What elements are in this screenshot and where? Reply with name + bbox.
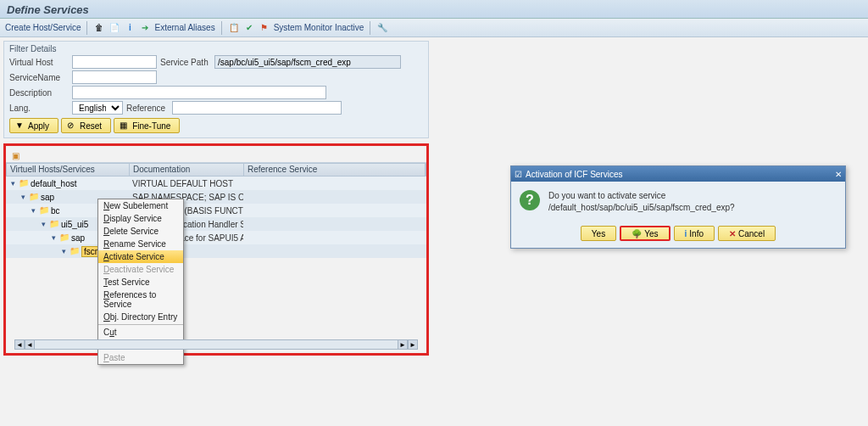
filter-icon: ▼ [15,121,25,131]
dialog-title-text: Activation of ICF Services [526,170,622,179]
tree-row[interactable]: ▾📁ui5_ui5SAPUI5 Application Handler SAPU… [6,217,426,231]
col-hosts: Virtuell Hosts/Services [7,164,130,176]
ctx-item[interactable]: References to Service [98,289,183,311]
page-title: Define Services [0,0,868,19]
node-label: default_host [31,179,77,188]
scroll-left2-icon[interactable]: ◄ [25,339,35,350]
node-label: sap [71,233,85,243]
expander-icon[interactable]: ▾ [40,221,47,228]
yes-button-1[interactable]: Yes [581,226,616,241]
main-toolbar: Create Host/Service 🗑 📄 i ➔ External Ali… [0,19,868,37]
question-icon: ? [520,190,540,210]
service-name-input[interactable] [72,70,157,84]
tree-panel: ▣ Virtuell Hosts/Services Documentation … [3,143,429,356]
dialog-q1: Do you want to activate service [548,190,735,202]
reference-input[interactable] [172,101,342,115]
lang-select[interactable]: English [72,101,123,115]
expander-icon[interactable]: ▾ [60,248,68,255]
tree-row[interactable]: ▾📁bcBASIS TREE (BASIS FUNCTIONS) [6,204,426,217]
ctx-item: Paste [98,351,183,364]
expander-icon[interactable]: ▾ [30,207,37,215]
check-icon[interactable]: ✔ [243,22,255,34]
fine-tune-button[interactable]: ▦Fine-Tune [114,118,180,133]
col-doc: Documentation [130,164,244,176]
node-doc: VIRTUAL DEFAULT HOST [129,179,243,188]
expander-icon[interactable]: ▾ [50,234,58,242]
filter-panel: Filter Details Virtual Host Service Path… [3,41,429,138]
ctx-item[interactable]: Test Service [98,276,183,289]
folder-icon: 📁 [29,192,39,202]
scroll-right-icon[interactable]: ► [398,339,408,350]
separator [370,21,370,35]
external-aliases-button[interactable]: External Aliases [154,23,214,32]
tree-header: Virtuell Hosts/Services Documentation Re… [6,163,426,177]
lang-label: Lang. [9,104,69,113]
ctx-separator [98,324,183,325]
info-icon: i [685,229,687,238]
virtual-host-label: Virtual Host [9,58,69,67]
arrow-right-icon[interactable]: ➔ [139,22,151,34]
scroll-left-icon[interactable]: ◄ [14,339,25,350]
dialog-titlebar: ☑ Activation of ICF Services ✕ [511,166,845,182]
description-input[interactable] [72,86,326,99]
scroll-track[interactable] [35,339,398,350]
ctx-item[interactable]: New Subelement [98,199,183,212]
tree-toolbar: ▣ [6,148,426,163]
folder-icon: 📁 [70,246,80,256]
folder-icon: 📁 [19,178,29,188]
reset-icon: ⊘ [67,121,77,131]
folder-icon: 📁 [39,205,49,216]
trash-icon[interactable]: 🗑 [93,22,105,34]
close-icon[interactable]: ✕ [835,170,842,179]
scroll-right2-icon[interactable]: ► [408,339,418,350]
doc-icon[interactable]: 📄 [108,22,120,34]
system-monitor-button[interactable]: System Monitor Inactive [274,23,364,32]
node-label: sap [41,193,54,202]
apply-label: Apply [28,121,49,131]
tree-row[interactable]: ▾📁default_hostVIRTUAL DEFAULT HOST [6,177,426,190]
tree-row[interactable]: ▾📁sapSAP NAMESPACE; SAP IS OBLIGED NOT T… [6,190,426,204]
cancel-button[interactable]: ✕Cancel [718,226,776,241]
info-button[interactable]: iInfo [674,226,715,241]
dialog-message: Do you want to activate service /default… [548,190,735,214]
expander-icon[interactable]: ▾ [19,193,27,201]
filter-title: Filter Details [6,43,426,54]
tree-body: ▾📁default_hostVIRTUAL DEFAULT HOST▾📁sapS… [6,177,426,258]
tree-row[interactable]: ▾📁sapsap Namespace for SAPUI5 Applicatio… [6,231,426,244]
col-ref: Reference Service [244,164,426,176]
ctx-item[interactable]: Activate Service [98,250,183,263]
tree-icon: 🌳 [632,229,642,238]
info-icon[interactable]: i [124,22,136,34]
tool-icon[interactable]: 🔧 [376,22,388,34]
dialog-icon: ☑ [515,170,522,179]
expander-icon[interactable]: ▾ [9,180,17,188]
virtual-host-input[interactable] [72,55,157,69]
info-label: Info [689,229,704,238]
create-host-button[interactable]: Create Host/Service [5,23,81,32]
reset-label: Reset [80,121,102,131]
service-path-input[interactable] [214,55,401,69]
hierarchy-icon[interactable]: ▣ [9,149,21,161]
ctx-item[interactable]: Rename Service [98,238,183,250]
cancel-label: Cancel [738,229,765,238]
node-label: ui5_ui5 [61,220,88,229]
yes-button-2[interactable]: 🌳Yes [620,226,670,241]
apply-button[interactable]: ▼Apply [9,118,58,133]
tune-icon: ▦ [120,121,130,131]
copy-icon[interactable]: 📋 [228,22,240,34]
node-label: bc [51,206,60,216]
ctx-item[interactable]: Cut [98,326,183,339]
service-path-label: Service Path [160,58,211,67]
fine-tune-label: Fine-Tune [132,121,170,131]
yes2-label: Yes [644,229,658,238]
service-name-label: ServiceName [9,73,69,82]
horizontal-scrollbar[interactable]: ◄ ◄ ► ► [14,339,418,350]
dialog-q2: /default_host/sap/bc/ui5_ui5/sap/fscm_cr… [548,202,735,214]
ctx-item[interactable]: Delete Service [98,225,183,238]
activation-dialog: ☑ Activation of ICF Services ✕ ? Do you … [510,165,846,249]
tree-row[interactable]: ▾📁fscm_credosure [6,244,426,258]
ctx-item[interactable]: Display Service [98,212,183,225]
reset-button[interactable]: ⊘Reset [61,118,111,133]
flag-icon[interactable]: ⚑ [259,22,270,34]
ctx-item[interactable]: Obj. Directory Entry [98,311,183,323]
